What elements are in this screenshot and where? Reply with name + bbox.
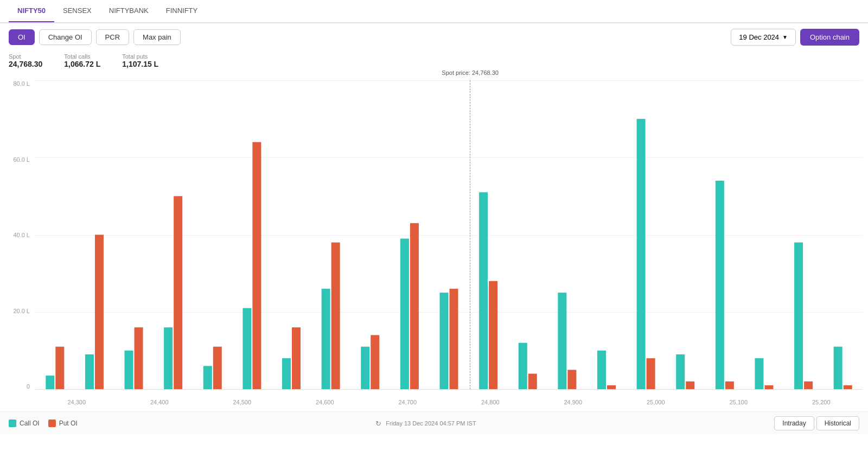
total-calls-value: 1,066.72 L: [64, 60, 100, 68]
tab-finnifty[interactable]: FINNIFTY: [157, 0, 207, 22]
x-label-24800: 24,800: [481, 399, 500, 405]
x-label-24400: 24,400: [150, 399, 169, 405]
total-calls-stat: Total calls 1,066.72 L: [64, 53, 100, 68]
x-label-24300: 24,300: [67, 399, 86, 405]
tab-niftybank[interactable]: NIFTYBANK: [100, 0, 157, 22]
oi-button[interactable]: OI: [9, 29, 35, 45]
spot-label: Spot: [9, 53, 42, 60]
change-oi-button[interactable]: Change OI: [39, 29, 92, 45]
y-label-0: 0: [27, 383, 30, 390]
chevron-down-icon: ▼: [782, 34, 788, 40]
max-pain-button[interactable]: Max pain: [133, 29, 181, 45]
legend: Call OI Put OI: [9, 420, 78, 427]
x-label-25000: 25,000: [647, 399, 665, 405]
total-puts-stat: Total puts 1,107.15 L: [122, 53, 158, 68]
put-legend-label: Put OI: [59, 420, 78, 427]
top-tabs-bar: NIFTY50 SENSEX NIFTYBANK FINNIFTY: [0, 0, 868, 23]
total-calls-label: Total calls: [64, 53, 100, 60]
call-legend-label: Call OI: [20, 420, 40, 427]
y-label-40: 40.0 L: [13, 232, 30, 238]
y-label-80: 80.0 L: [13, 80, 30, 87]
call-legend-color: [9, 420, 16, 427]
y-label-60: 60.0 L: [13, 156, 30, 163]
spot-stat: Spot 24,768.30: [9, 53, 42, 68]
spot-value: 24,768.30: [9, 60, 42, 68]
put-legend-color: [48, 420, 56, 427]
x-axis: 24,300 24,400 24,500 24,600 24,700 24,80…: [35, 392, 863, 411]
put-legend-item: Put OI: [48, 420, 78, 427]
date-picker-button[interactable]: 19 Dec 2024 ▼: [731, 29, 796, 46]
total-puts-label: Total puts: [122, 53, 158, 60]
pcr-button[interactable]: PCR: [96, 29, 129, 45]
x-label-24500: 24,500: [233, 399, 251, 405]
y-label-20: 20.0 L: [13, 308, 30, 314]
refresh-date: Friday 13 Dec 2024 04:57 PM IST: [386, 420, 476, 427]
stats-bar: Spot 24,768.30 Total calls 1,066.72 L To…: [0, 51, 868, 75]
historical-button[interactable]: Historical: [816, 416, 859, 430]
legend-bottom: Call OI Put OI ↻ Friday 13 Dec 2024 04:5…: [0, 411, 868, 435]
total-puts-value: 1,107.15 L: [122, 60, 158, 68]
x-label-24600: 24,600: [316, 399, 334, 405]
chart-area: 80.0 L 60.0 L 40.0 L 20.0 L 0 Spot price…: [0, 75, 868, 411]
x-label-24700: 24,700: [398, 399, 417, 405]
toolbar: OI Change OI PCR Max pain 19 Dec 2024 ▼ …: [0, 23, 868, 51]
chart-plot: Spot price: 24,768.30: [35, 80, 863, 390]
x-label-24900: 24,900: [564, 399, 582, 405]
call-legend-item: Call OI: [9, 420, 40, 427]
x-label-25100: 25,100: [729, 399, 748, 405]
refresh-info: ↻ Friday 13 Dec 2024 04:57 PM IST: [375, 420, 476, 428]
x-label-25200: 25,200: [812, 399, 831, 405]
intraday-button[interactable]: Intraday: [774, 416, 814, 430]
tab-sensex[interactable]: SENSEX: [54, 0, 100, 22]
option-chain-button[interactable]: Option chain: [800, 29, 859, 46]
tab-nifty50[interactable]: NIFTY50: [9, 0, 54, 22]
view-toggle: Intraday Historical: [774, 416, 859, 430]
y-axis: 80.0 L 60.0 L 40.0 L 20.0 L 0: [4, 80, 34, 390]
refresh-icon: ↻: [375, 420, 381, 428]
